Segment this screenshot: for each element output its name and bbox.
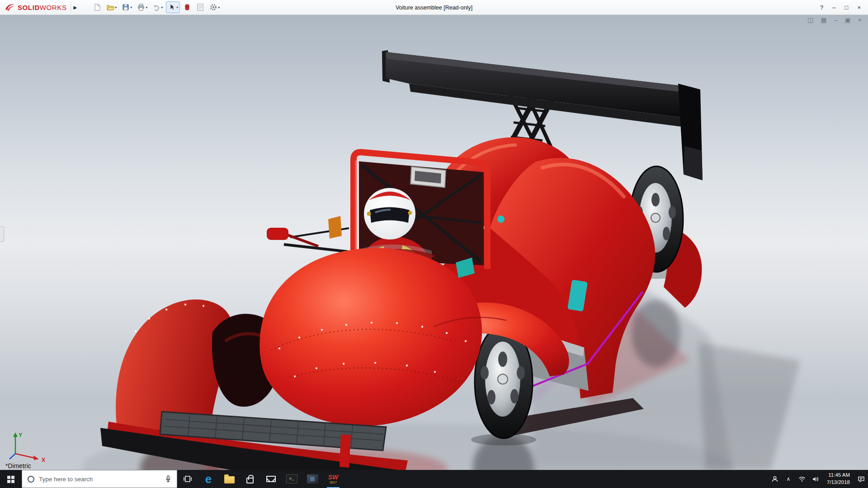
- volume-button[interactable]: [809, 476, 822, 482]
- maximize-button[interactable]: □: [845, 4, 849, 11]
- triad-x-label: X: [42, 457, 45, 463]
- undo-arrow-icon: [152, 3, 160, 11]
- taskbar-clock[interactable]: 11:45 AM 7/13/2018: [822, 472, 854, 486]
- doc-split-icon[interactable]: ◫: [807, 17, 813, 23]
- view-orientation-label: *Dimetric: [5, 462, 31, 469]
- side-mirror: [267, 228, 318, 246]
- nose-dome: [259, 248, 482, 426]
- clock-time: 11:45 AM: [828, 472, 850, 479]
- doc-close-icon[interactable]: ×: [858, 17, 862, 23]
- print-button[interactable]: ▾: [135, 1, 149, 13]
- edge-browser-button[interactable]: e: [198, 470, 219, 488]
- document-sheet-icon: [196, 3, 204, 11]
- solidworks-logo: SOLIDWORKS: [5, 3, 67, 12]
- chevron-up-icon: ∧: [786, 476, 790, 482]
- select-dropdown-arrow-icon[interactable]: ▾: [176, 5, 178, 9]
- print-icon: [137, 3, 145, 11]
- cortana-icon: [28, 476, 34, 483]
- people-button[interactable]: [768, 476, 782, 482]
- start-button[interactable]: [0, 470, 22, 488]
- edge-icon: e: [205, 473, 212, 485]
- doc-cascade-icon[interactable]: ▦: [821, 17, 827, 23]
- help-button[interactable]: ?: [820, 4, 823, 11]
- menu-flyout-arrow[interactable]: ▶: [71, 2, 80, 12]
- task-view-icon: [183, 475, 192, 483]
- action-center-icon: [858, 476, 865, 483]
- file-explorer-icon: [224, 476, 235, 483]
- mail-button[interactable]: [260, 470, 281, 488]
- orange-panel: [328, 216, 342, 239]
- minimize-button[interactable]: –: [832, 4, 835, 11]
- solidworks-2017-icon: SW 2017: [328, 474, 339, 484]
- doc-minimize-icon[interactable]: –: [834, 17, 838, 23]
- store-bag-icon: [246, 478, 254, 483]
- options-button[interactable]: ▾: [208, 1, 222, 13]
- app-button-dark[interactable]: [302, 470, 323, 488]
- action-center-button[interactable]: [854, 476, 868, 483]
- command-prompt-icon: >_: [286, 474, 297, 483]
- undo-button[interactable]: ▾: [151, 1, 165, 13]
- doc-restore-icon[interactable]: ▣: [845, 17, 851, 23]
- new-document-icon: [93, 3, 101, 11]
- new-document-button[interactable]: [91, 1, 103, 13]
- solidworks-window: Voiture assemblee [Read-only] SOLIDWORKS…: [0, 0, 868, 488]
- people-icon: [771, 476, 778, 482]
- open-dropdown-arrow-icon[interactable]: ▾: [115, 5, 117, 9]
- windows-taskbar: Type here to search e >_: [0, 470, 868, 488]
- open-folder-icon: [106, 3, 114, 11]
- rearview-mirror: [410, 167, 446, 188]
- toolbox-button[interactable]: [181, 1, 193, 13]
- gear-icon: [209, 3, 217, 11]
- graphics-viewport: ◫ ▦ – ▣ × X Y *Dimetric: [0, 15, 868, 470]
- save-dropdown-arrow-icon[interactable]: ▾: [130, 5, 132, 9]
- properties-sheet-button[interactable]: [194, 1, 206, 13]
- search-placeholder: Type here to search: [39, 476, 160, 483]
- mail-envelope-icon: [266, 476, 276, 482]
- orientation-triad: X Y: [7, 431, 49, 463]
- red-toolbox-icon: [183, 3, 191, 11]
- solidworks-swoosh-icon: [5, 3, 15, 12]
- file-explorer-button[interactable]: [219, 470, 240, 488]
- jack-post: [340, 434, 351, 468]
- close-button[interactable]: ×: [857, 4, 861, 11]
- car-model: [100, 50, 703, 470]
- window-controls: ? – □ ×: [820, 4, 863, 11]
- store-button[interactable]: [240, 470, 260, 488]
- solidworks-2017-button[interactable]: SW 2017: [323, 470, 344, 488]
- select-tool-button[interactable]: ▾: [166, 1, 180, 13]
- system-tray: ∧ 11:45 AM 7/13/2018: [768, 470, 868, 488]
- network-button[interactable]: [795, 476, 809, 482]
- clock-date: 7/13/2018: [827, 479, 850, 486]
- viewport-canvas[interactable]: [0, 15, 868, 470]
- save-button[interactable]: ▾: [120, 1, 134, 13]
- print-dropdown-arrow-icon[interactable]: ▾: [146, 5, 147, 9]
- undo-dropdown-arrow-icon[interactable]: ▾: [161, 5, 163, 9]
- options-dropdown-arrow-icon[interactable]: ▾: [218, 5, 220, 9]
- app-icon-dark: [307, 474, 318, 483]
- select-cursor-icon: [168, 3, 176, 11]
- task-view-button[interactable]: [177, 470, 198, 488]
- feature-manager-collapse-tab[interactable]: [0, 226, 4, 242]
- wifi-icon: [798, 476, 806, 482]
- windows-logo-icon: [7, 476, 14, 483]
- solidworks-wordmark: SOLIDWORKS: [18, 4, 67, 11]
- open-document-button[interactable]: ▾: [104, 1, 118, 13]
- quick-access-toolbar: ▾ ▾ ▾ ▾: [91, 1, 222, 13]
- microphone-icon[interactable]: [165, 475, 171, 483]
- command-prompt-button[interactable]: >_: [281, 470, 302, 488]
- title-bar: Voiture assemblee [Read-only] SOLIDWORKS…: [0, 0, 868, 15]
- document-window-controls: ◫ ▦ – ▣ ×: [807, 17, 862, 23]
- speaker-icon: [812, 476, 819, 482]
- save-floppy-icon: [122, 3, 130, 11]
- teal-dot: [497, 216, 505, 223]
- taskbar-search-input[interactable]: Type here to search: [22, 470, 177, 488]
- triad-y-label: Y: [19, 432, 22, 438]
- hidden-icons-button[interactable]: ∧: [782, 476, 795, 482]
